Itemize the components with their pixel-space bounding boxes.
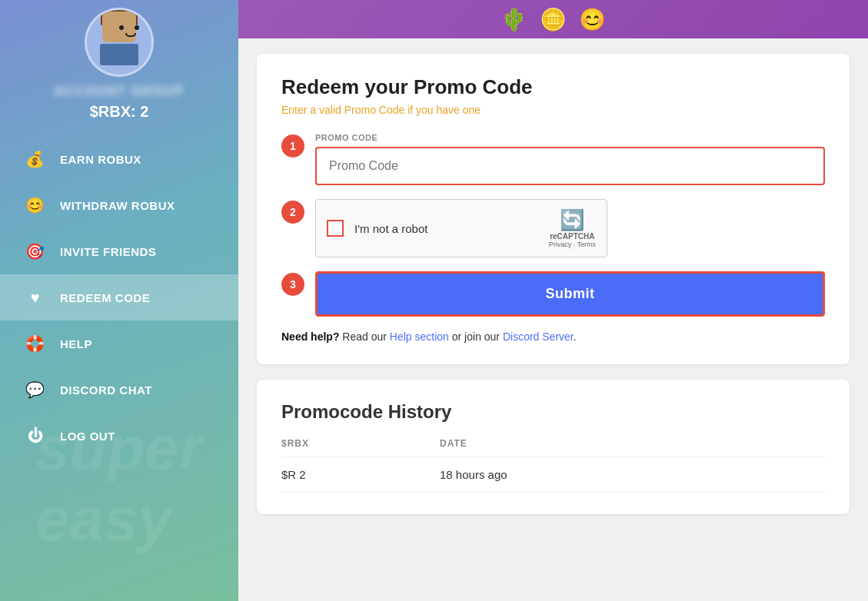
logout-icon: ⏻ (23, 423, 48, 448)
sidebar-label-earn-robux: EARN ROBUX (60, 153, 141, 166)
sidebar-label-help: HELP (60, 337, 92, 350)
discord-server-link[interactable]: Discord Server (503, 330, 574, 343)
history-row: $R 2 18 hours ago (281, 457, 825, 493)
banner-emoji-2: 🪙 (540, 7, 567, 32)
sidebar-item-log-out[interactable]: ⏻ LOG OUT (0, 413, 238, 459)
captcha-brand: reCAPTCHA (550, 232, 594, 241)
captcha-links: Privacy · Terms (549, 241, 596, 248)
sidebar-item-redeem-code[interactable]: ♥ REDEEM CODE (0, 274, 238, 320)
sidebar-label-withdraw-robux: WITHDRAW ROBUX (60, 199, 175, 212)
step-3-number: 3 (281, 273, 304, 296)
step-1-content: PROMO CODE (315, 133, 825, 185)
sidebar-label-log-out: LOG OUT (60, 430, 115, 443)
earn-robux-icon: 💰 (23, 147, 48, 171)
sidebar-label-discord-chat: DISCORD CHAT (60, 384, 152, 397)
sidebar-item-earn-robux[interactable]: 💰 EARN ROBUX (0, 136, 238, 182)
submit-button[interactable]: Submit (315, 271, 825, 317)
captcha-label: I'm not a robot (354, 222, 427, 235)
avatar (85, 8, 154, 77)
step-1-row: 1 PROMO CODE (281, 133, 825, 185)
help-text: Need help? Read our Help section or join… (281, 330, 825, 343)
promo-card-subtitle: Enter a valid Promo Code if you have one (281, 104, 825, 116)
sidebar-label-invite-friends: INVITE FRIENDS (60, 245, 156, 258)
step-1-number: 1 (281, 134, 304, 158)
col-rbx-header: $RBX (281, 438, 440, 457)
sidebar-nav: 💰 EARN ROBUX 😊 WITHDRAW ROBUX 🎯 INVITE F… (0, 136, 238, 459)
top-banner: 🌵 🪙 😊 (238, 0, 868, 38)
avatar-eye-right (135, 25, 139, 30)
banner-emoji-1: 🌵 (501, 7, 527, 32)
help-section-link[interactable]: Help section (390, 330, 449, 343)
recaptcha-icon: 🔄 (560, 208, 584, 232)
step-3-content: Submit (315, 271, 825, 317)
sidebar: ACCOUNT GROUP $RBX: 2 💰 EARN ROBUX 😊 WIT… (0, 0, 238, 601)
avatar-figure (92, 12, 146, 73)
sidebar-item-discord-chat[interactable]: 💬 DISCORD CHAT (0, 367, 238, 413)
history-card: Promocode History $RBX DATE $R 2 18 hour… (257, 380, 850, 514)
avatar-eye-left (119, 25, 124, 30)
sidebar-label-redeem-code: REDEEM CODE (60, 291, 150, 304)
captcha-left: I'm not a robot (327, 220, 427, 237)
step-2-number: 2 (281, 201, 304, 224)
promo-card-title: Redeem your Promo Code (281, 75, 825, 99)
step-3-row: 3 Submit (281, 271, 825, 317)
username: ACCOUNT GROUP (54, 85, 184, 98)
step-2-row: 2 I'm not a robot 🔄 reCAPTCHA Privacy · … (281, 199, 825, 257)
avatar-smile (125, 33, 136, 37)
history-table-header: $RBX DATE (281, 438, 825, 457)
sidebar-item-help[interactable]: 🛟 HELP (0, 320, 238, 367)
avatar-body (100, 44, 138, 65)
redeem-code-icon: ♥ (23, 285, 48, 310)
history-table: $RBX DATE $R 2 18 hours ago (281, 438, 825, 493)
withdraw-robux-icon: 😊 (23, 193, 48, 217)
banner-emoji-3: 😊 (579, 7, 606, 32)
need-help-bold: Need help? (281, 330, 339, 343)
sidebar-item-withdraw-robux[interactable]: 😊 WITHDRAW ROBUX (0, 182, 238, 228)
promo-code-input[interactable] (315, 147, 825, 185)
captcha-box: I'm not a robot 🔄 reCAPTCHA Privacy · Te… (315, 199, 607, 257)
promo-code-label: PROMO CODE (315, 133, 825, 142)
content-area: Redeem your Promo Code Enter a valid Pro… (238, 38, 868, 601)
balance: $RBX: 2 (90, 103, 149, 121)
step-2-content: I'm not a robot 🔄 reCAPTCHA Privacy · Te… (315, 199, 825, 257)
history-tbody: $R 2 18 hours ago (281, 457, 825, 493)
history-date: 18 hours ago (440, 457, 825, 493)
promo-card: Redeem your Promo Code Enter a valid Pro… (257, 54, 850, 364)
history-title: Promocode History (281, 401, 825, 423)
main-content: 🌵 🪙 😊 Redeem your Promo Code Enter a val… (238, 0, 868, 601)
captcha-checkbox[interactable] (327, 220, 344, 237)
captcha-right: 🔄 reCAPTCHA Privacy · Terms (549, 208, 596, 248)
history-rbx: $R 2 (281, 457, 440, 493)
sidebar-item-invite-friends[interactable]: 🎯 INVITE FRIENDS (0, 228, 238, 274)
discord-icon: 💬 (23, 377, 48, 402)
help-icon: 🛟 (23, 331, 48, 356)
invite-friends-icon: 🎯 (23, 239, 48, 264)
avatar-head (102, 12, 136, 42)
col-date-header: DATE (440, 438, 825, 457)
